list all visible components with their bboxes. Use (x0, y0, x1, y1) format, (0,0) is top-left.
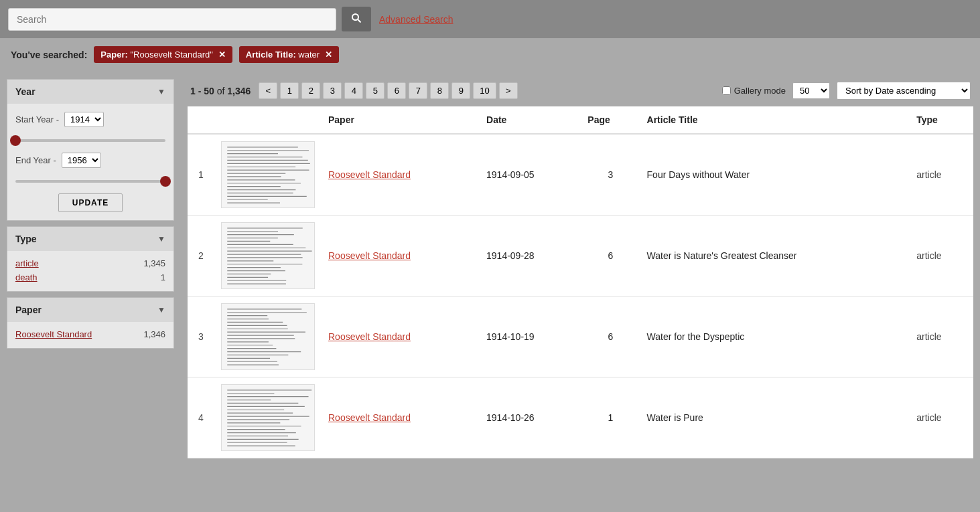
page-1-button[interactable]: 1 (280, 82, 299, 99)
col-paper: Paper (322, 106, 480, 134)
gallery-mode-label: Gallery mode (734, 86, 786, 96)
per-page-select[interactable]: 50 25 100 (792, 82, 830, 99)
update-button[interactable]: UPDATE (58, 193, 123, 212)
filter-paper-roosevelt: Roosevelt Standard 1,346 (15, 327, 165, 341)
end-year-label: End Year - (15, 155, 56, 165)
type-death-link[interactable]: death (15, 272, 38, 282)
paper-tag-remove[interactable]: ✕ (218, 50, 226, 59)
gallery-mode-checkbox[interactable] (722, 86, 731, 95)
page-5-button[interactable]: 5 (366, 82, 384, 99)
page-7-button[interactable]: 7 (409, 82, 427, 99)
sort-select[interactable]: Sort by Date ascending Sort by Date desc… (837, 82, 971, 100)
article-title-tag-remove[interactable]: ✕ (325, 50, 332, 59)
year-filter-label: Year (15, 86, 36, 97)
row-thumbnail[interactable] (214, 134, 322, 216)
row-date: 1914-10-26 (480, 377, 581, 458)
type-filter-section: Type ▼ article 1,345 death 1 (7, 226, 174, 292)
article-title-tag: Article Title: water ✕ (239, 46, 339, 63)
start-year-select[interactable]: 1914 1915 (64, 112, 104, 127)
paper-filter-header[interactable]: Paper ▼ (7, 298, 173, 322)
type-filter-label: Type (15, 234, 37, 244)
row-type: article (910, 296, 973, 377)
row-paper: Roosevelt Standard (322, 377, 480, 458)
row-num: 3 (188, 296, 214, 377)
row-page: 6 (581, 216, 640, 296)
paper-chevron-icon: ▼ (157, 305, 165, 315)
table-row: 1 Roosevelt Standard 1914-09-05 3 Four D… (188, 134, 973, 216)
search-tags-row: You've searched: Paper: "Roosevelt Stand… (0, 38, 980, 71)
type-filter-header[interactable]: Type ▼ (7, 227, 173, 251)
row-thumbnail[interactable] (214, 216, 322, 296)
results-count: 1 - 50 of 1,346 (190, 86, 251, 96)
row-title: Water for the Dyspeptic (640, 296, 910, 377)
paper-roosevelt-link[interactable]: Roosevelt Standard (15, 329, 92, 339)
paper-roosevelt-count: 1,346 (143, 329, 165, 339)
paper-link[interactable]: Roosevelt Standard (328, 331, 411, 342)
row-title: Water is Nature's Greatest Cleanser (640, 216, 910, 296)
pagination-left: 1 - 50 of 1,346 < 1 2 3 4 5 6 7 8 9 10 > (190, 82, 518, 99)
end-year-thumb[interactable] (160, 176, 171, 187)
page-2-button[interactable]: 2 (301, 82, 320, 99)
col-date: Date (480, 106, 581, 134)
end-year-select[interactable]: 1956 1955 (62, 153, 101, 168)
filter-type-death: death 1 (15, 270, 165, 284)
paper-tag: Paper: "Roosevelt Standard" ✕ (94, 46, 232, 63)
start-year-thumb[interactable] (10, 135, 21, 146)
page-6-button[interactable]: 6 (387, 82, 406, 99)
search-input[interactable] (8, 8, 336, 31)
sidebar: Year ▼ Start Year - 1914 1915 End Year - (0, 71, 181, 512)
svg-point-0 (352, 14, 358, 20)
col-type: Type (910, 106, 973, 134)
start-year-label: Start Year - (15, 114, 59, 124)
start-year-slider[interactable] (15, 134, 165, 147)
col-page: Page (581, 106, 640, 134)
gallery-mode-toggle: Gallery mode (722, 86, 786, 96)
paper-tag-text: Paper: "Roosevelt Standard" (100, 50, 213, 60)
row-page: 6 (581, 296, 640, 377)
table-row: 3 Roosevelt Standard 1914-10-19 6 Water … (188, 296, 973, 377)
paper-link[interactable]: Roosevelt Standard (328, 250, 411, 261)
row-date: 1914-09-05 (480, 134, 581, 216)
search-button[interactable] (342, 7, 371, 31)
svg-line-1 (358, 19, 361, 23)
year-chevron-icon: ▼ (157, 87, 165, 96)
row-num: 2 (188, 216, 214, 296)
row-paper: Roosevelt Standard (322, 134, 480, 216)
article-title-tag-text: Article Title: water (246, 50, 320, 60)
page-10-button[interactable]: 10 (473, 82, 496, 99)
main-layout: Year ▼ Start Year - 1914 1915 End Year - (0, 71, 980, 512)
pagination-right: Gallery mode 50 25 100 Sort by Date asce… (722, 82, 971, 100)
paper-link[interactable]: Roosevelt Standard (328, 412, 411, 423)
page-next-button[interactable]: > (499, 82, 518, 99)
advanced-search-link[interactable]: Advanced Search (379, 14, 453, 25)
row-thumbnail[interactable] (214, 296, 322, 377)
year-filter-header[interactable]: Year ▼ (7, 80, 173, 104)
row-type: article (910, 134, 973, 216)
col-thumb (214, 106, 322, 134)
year-filter-section: Year ▼ Start Year - 1914 1915 End Year - (7, 79, 174, 221)
row-page: 1 (581, 377, 640, 458)
row-type: article (910, 377, 973, 458)
row-page: 3 (581, 134, 640, 216)
results-panel: 1 - 50 of 1,346 < 1 2 3 4 5 6 7 8 9 10 >… (181, 71, 980, 512)
paper-filter-section: Paper ▼ Roosevelt Standard 1,346 (7, 297, 174, 349)
row-paper: Roosevelt Standard (322, 216, 480, 296)
page-9-button[interactable]: 9 (451, 82, 470, 99)
row-paper: Roosevelt Standard (322, 296, 480, 377)
page-8-button[interactable]: 8 (430, 82, 449, 99)
page-prev-button[interactable]: < (259, 82, 277, 99)
paper-link[interactable]: Roosevelt Standard (328, 169, 411, 180)
col-num (188, 106, 214, 134)
table-row: 4 Roosevelt Standard 1914-10-26 1 Water … (188, 377, 973, 458)
type-article-link[interactable]: article (15, 258, 39, 268)
end-year-slider[interactable] (15, 175, 165, 188)
row-date: 1914-09-28 (480, 216, 581, 296)
pagination-row: 1 - 50 of 1,346 < 1 2 3 4 5 6 7 8 9 10 >… (188, 78, 973, 106)
paper-filter-label: Paper (15, 305, 42, 315)
page-4-button[interactable]: 4 (344, 82, 363, 99)
row-thumbnail[interactable] (214, 377, 322, 458)
page-3-button[interactable]: 3 (323, 82, 342, 99)
col-title: Article Title (640, 106, 910, 134)
row-title: Water is Pure (640, 377, 910, 458)
filter-type-article: article 1,345 (15, 256, 165, 270)
